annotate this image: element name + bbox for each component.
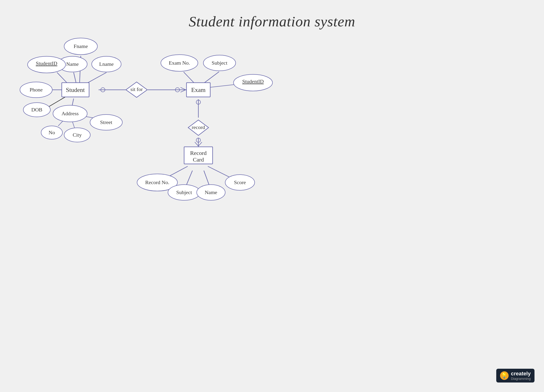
svg-line-7 — [81, 116, 102, 119]
student-label: Student — [66, 86, 85, 93]
svg-line-0 — [80, 56, 81, 83]
phone-label: Phone — [30, 87, 43, 93]
svg-rect-30 — [186, 83, 210, 97]
svg-point-45 — [203, 55, 236, 71]
svg-point-42 — [41, 126, 62, 139]
exam-label: Exam — [191, 86, 206, 93]
record-no-label: Record No. — [145, 179, 169, 185]
svg-point-34 — [64, 38, 97, 55]
svg-line-14 — [181, 90, 186, 92]
svg-point-47 — [137, 174, 177, 191]
svg-line-16 — [184, 72, 194, 83]
svg-point-46 — [234, 74, 272, 91]
svg-point-43 — [64, 128, 90, 142]
svg-line-8 — [58, 118, 66, 126]
svg-point-11 — [101, 88, 105, 92]
svg-point-39 — [23, 103, 50, 117]
svg-point-40 — [53, 105, 87, 122]
svg-line-17 — [204, 72, 219, 83]
svg-point-49 — [197, 184, 225, 200]
student-id-label: StudentID — [36, 60, 57, 66]
svg-line-27 — [204, 171, 209, 185]
svg-point-44 — [161, 55, 198, 71]
street-label: Street — [100, 119, 112, 125]
svg-point-15 — [175, 88, 180, 92]
svg-point-36 — [92, 56, 121, 72]
svg-point-20 — [196, 100, 201, 104]
svg-point-48 — [168, 184, 200, 200]
bulb-icon: 💡 — [500, 371, 509, 380]
svg-line-3 — [57, 72, 69, 85]
creately-subtitle: Diagramming — [511, 377, 531, 380]
svg-line-18 — [209, 84, 243, 87]
svg-rect-31 — [184, 147, 213, 164]
sit-for-label: sit for — [130, 86, 143, 92]
svg-line-25 — [166, 166, 188, 178]
dob-label: DOB — [31, 107, 42, 113]
svg-line-22 — [195, 142, 198, 146]
svg-point-50 — [225, 175, 255, 190]
svg-line-1 — [74, 72, 76, 83]
svg-point-38 — [20, 82, 52, 98]
score-label: Score — [234, 179, 246, 185]
svg-line-28 — [208, 166, 232, 178]
svg-point-41 — [90, 114, 122, 130]
svg-line-26 — [186, 171, 192, 185]
exam-no-label: Exam No. — [169, 60, 190, 66]
svg-point-37 — [28, 56, 65, 73]
creately-text: creately Diagramming — [511, 371, 531, 380]
svg-line-2 — [88, 72, 106, 83]
lname-label: Lname — [99, 61, 113, 67]
name-label: Name — [66, 61, 79, 67]
svg-line-5 — [46, 96, 66, 108]
svg-marker-33 — [188, 120, 209, 135]
address-label: Address — [62, 110, 79, 116]
subject2-label: Subject — [176, 189, 192, 195]
city-label: City — [73, 132, 82, 138]
svg-line-13 — [181, 87, 186, 90]
record-label: record — [192, 124, 205, 130]
creately-badge: 💡 creately Diagramming — [496, 369, 534, 382]
subject1-label: Subject — [212, 60, 227, 66]
creately-name: creately — [511, 371, 531, 377]
svg-point-24 — [196, 138, 201, 142]
svg-point-35 — [58, 56, 87, 72]
page-title: Student information system — [0, 0, 544, 30]
record-card-label-2: Card — [193, 157, 204, 163]
name2-label: Name — [205, 189, 217, 195]
record-card-label-1: Record — [190, 150, 207, 156]
fname-label: Fname — [74, 43, 88, 49]
svg-line-9 — [71, 118, 75, 129]
svg-marker-32 — [126, 82, 147, 97]
no-label: No — [49, 130, 55, 135]
svg-line-23 — [198, 142, 202, 146]
svg-rect-29 — [62, 83, 89, 97]
student-id2-label: StudentID — [242, 78, 264, 84]
svg-line-6 — [71, 99, 74, 110]
